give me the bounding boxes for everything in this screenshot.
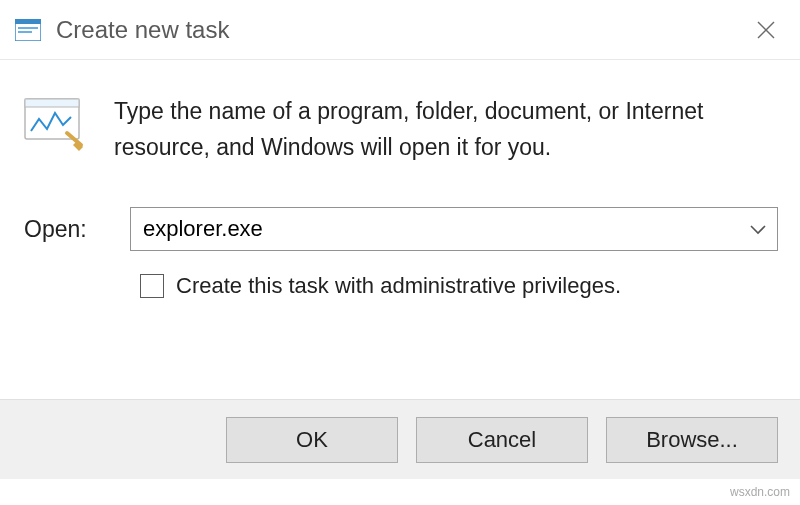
svg-rect-2 [18, 27, 38, 29]
admin-checkbox[interactable] [140, 274, 164, 298]
admin-label: Create this task with administrative pri… [176, 273, 621, 299]
open-input[interactable] [143, 216, 749, 242]
chevron-down-icon[interactable] [749, 223, 767, 235]
ok-button[interactable]: OK [226, 417, 398, 463]
browse-button[interactable]: Browse... [606, 417, 778, 463]
open-combobox[interactable] [130, 207, 778, 251]
window-title: Create new task [56, 16, 746, 44]
watermark: wsxdn.com [730, 485, 790, 499]
button-bar: OK Cancel Browse... [0, 399, 800, 479]
admin-row: Create this task with administrative pri… [22, 273, 778, 299]
close-icon [756, 20, 776, 40]
open-label: Open: [24, 216, 94, 243]
cancel-button[interactable]: Cancel [416, 417, 588, 463]
info-row: Type the name of a program, folder, docu… [22, 92, 778, 165]
titlebar: Create new task [0, 0, 800, 60]
dialog-content: Type the name of a program, folder, docu… [0, 60, 800, 299]
run-program-icon [22, 92, 86, 156]
svg-rect-7 [25, 99, 79, 107]
svg-rect-3 [18, 31, 32, 33]
close-button[interactable] [746, 10, 786, 50]
run-dialog-title-icon [14, 18, 42, 42]
svg-rect-1 [15, 19, 41, 24]
open-row: Open: [22, 207, 778, 251]
info-text: Type the name of a program, folder, docu… [114, 92, 778, 165]
